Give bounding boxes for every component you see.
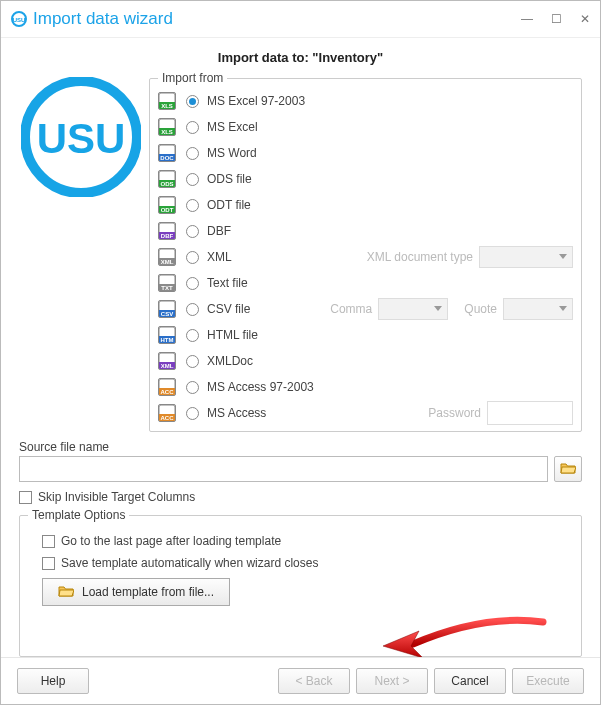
format-radio-xlsx[interactable] xyxy=(186,121,199,134)
format-row-html: HTMHTML file xyxy=(158,323,573,347)
minimize-button[interactable]: — xyxy=(521,12,533,26)
access-password-label: Password xyxy=(428,406,481,420)
format-radio-xmldoc[interactable] xyxy=(186,355,199,368)
format-row-xmldoc: XMLXMLDoc xyxy=(158,349,573,373)
template-options-legend: Template Options xyxy=(28,508,129,522)
doc-file-icon: DOC xyxy=(158,144,176,162)
format-row-txt: TXTText file xyxy=(158,271,573,295)
format-radio-mdb97[interactable] xyxy=(186,381,199,394)
svg-text:ODS: ODS xyxy=(160,181,173,187)
svg-text:XLS: XLS xyxy=(161,103,173,109)
folder-open-icon xyxy=(58,584,74,601)
source-file-input[interactable] xyxy=(19,456,548,482)
xlsx-file-icon: XLS xyxy=(158,118,176,136)
window-title: Import data wizard xyxy=(33,9,173,29)
format-row-odt: ODTODT file xyxy=(158,193,573,217)
xml-file-icon: XML xyxy=(158,248,176,266)
content-area: Import data to: "Inventory" USU Import f… xyxy=(1,38,600,657)
usu-logo: USU xyxy=(21,77,141,197)
format-label-ods: ODS file xyxy=(207,172,252,186)
format-radio-xml[interactable] xyxy=(186,251,199,264)
svg-text:ACC: ACC xyxy=(161,415,175,421)
csv-comma-select[interactable] xyxy=(378,298,448,320)
format-row-csv: CSVCSV fileCommaQuote xyxy=(158,297,573,321)
next-button[interactable]: Next > xyxy=(356,668,428,694)
xml-doc-type-select[interactable] xyxy=(479,246,573,268)
format-label-csv: CSV file xyxy=(207,302,250,316)
svg-text:USU: USU xyxy=(13,17,26,23)
xmldoc-file-icon: XML xyxy=(158,352,176,370)
close-button[interactable]: ✕ xyxy=(580,12,590,26)
footer-bar: Help < Back Next > Cancel Execute xyxy=(1,657,600,704)
format-radio-csv[interactable] xyxy=(186,303,199,316)
import-from-fieldset: Import from XLSMS Excel 97-2003XLSMS Exc… xyxy=(149,71,582,432)
html-file-icon: HTM xyxy=(158,326,176,344)
format-label-xmldoc: XMLDoc xyxy=(207,354,253,368)
svg-text:ACC: ACC xyxy=(161,389,175,395)
svg-text:XLS: XLS xyxy=(161,129,173,135)
mdb97-file-icon: ACC xyxy=(158,378,176,396)
access-password-input[interactable] xyxy=(487,401,573,425)
format-label-xls: MS Excel 97-2003 xyxy=(207,94,305,108)
svg-text:XML: XML xyxy=(161,259,174,265)
skip-invisible-label: Skip Invisible Target Columns xyxy=(38,490,195,504)
auto-save-template-checkbox[interactable] xyxy=(42,557,55,570)
load-template-button[interactable]: Load template from file... xyxy=(42,578,230,606)
format-row-xlsx: XLSMS Excel xyxy=(158,115,573,139)
format-label-odt: ODT file xyxy=(207,198,251,212)
svg-text:ODT: ODT xyxy=(161,207,174,213)
format-radio-html[interactable] xyxy=(186,329,199,342)
source-file-label: Source file name xyxy=(19,440,582,454)
xls-file-icon: XLS xyxy=(158,92,176,110)
svg-text:HTM: HTM xyxy=(161,337,174,343)
load-template-label: Load template from file... xyxy=(82,585,214,599)
svg-text:XML: XML xyxy=(161,363,174,369)
format-radio-xls[interactable] xyxy=(186,95,199,108)
format-label-doc: MS Word xyxy=(207,146,257,160)
dbf-file-icon: DBF xyxy=(158,222,176,240)
format-label-dbf: DBF xyxy=(207,224,231,238)
svg-text:USU: USU xyxy=(37,115,126,162)
format-row-doc: DOCMS Word xyxy=(158,141,573,165)
page-subtitle: Import data to: "Inventory" xyxy=(19,50,582,65)
format-label-xlsx: MS Excel xyxy=(207,120,258,134)
svg-text:DBF: DBF xyxy=(161,233,174,239)
format-radio-ods[interactable] xyxy=(186,173,199,186)
app-icon: USU xyxy=(11,11,27,27)
auto-save-template-label: Save template automatically when wizard … xyxy=(61,556,318,570)
csv-quote-select[interactable] xyxy=(503,298,573,320)
csv-quote-label: Quote xyxy=(464,302,497,316)
back-button[interactable]: < Back xyxy=(278,668,350,694)
format-row-dbf: DBFDBF xyxy=(158,219,573,243)
wizard-window: USU Import data wizard — ☐ ✕ Import data… xyxy=(0,0,601,705)
svg-text:TXT: TXT xyxy=(161,285,173,291)
format-label-xml: XML xyxy=(207,250,232,264)
folder-open-icon xyxy=(560,461,576,478)
template-options-fieldset: Template Options Go to the last page aft… xyxy=(19,508,582,657)
execute-button[interactable]: Execute xyxy=(512,668,584,694)
format-radio-doc[interactable] xyxy=(186,147,199,160)
format-row-xls: XLSMS Excel 97-2003 xyxy=(158,89,573,113)
svg-text:DOC: DOC xyxy=(160,155,174,161)
cancel-button[interactable]: Cancel xyxy=(434,668,506,694)
format-radio-dbf[interactable] xyxy=(186,225,199,238)
csv-comma-label: Comma xyxy=(330,302,372,316)
go-last-page-checkbox[interactable] xyxy=(42,535,55,548)
go-last-page-label: Go to the last page after loading templa… xyxy=(61,534,281,548)
format-radio-odt[interactable] xyxy=(186,199,199,212)
txt-file-icon: TXT xyxy=(158,274,176,292)
format-row-mdb: ACCMS AccessPassword xyxy=(158,401,573,425)
format-label-mdb: MS Access xyxy=(207,406,266,420)
format-row-ods: ODSODS file xyxy=(158,167,573,191)
xml-doc-type-label: XML document type xyxy=(367,250,473,264)
format-row-mdb97: ACCMS Access 97-2003 xyxy=(158,375,573,399)
csv-file-icon: CSV xyxy=(158,300,176,318)
mdb-file-icon: ACC xyxy=(158,404,176,422)
format-radio-txt[interactable] xyxy=(186,277,199,290)
browse-source-button[interactable] xyxy=(554,456,582,482)
help-button[interactable]: Help xyxy=(17,668,89,694)
titlebar: USU Import data wizard — ☐ ✕ xyxy=(1,1,600,38)
format-radio-mdb[interactable] xyxy=(186,407,199,420)
skip-invisible-checkbox[interactable] xyxy=(19,491,32,504)
maximize-button[interactable]: ☐ xyxy=(551,12,562,26)
